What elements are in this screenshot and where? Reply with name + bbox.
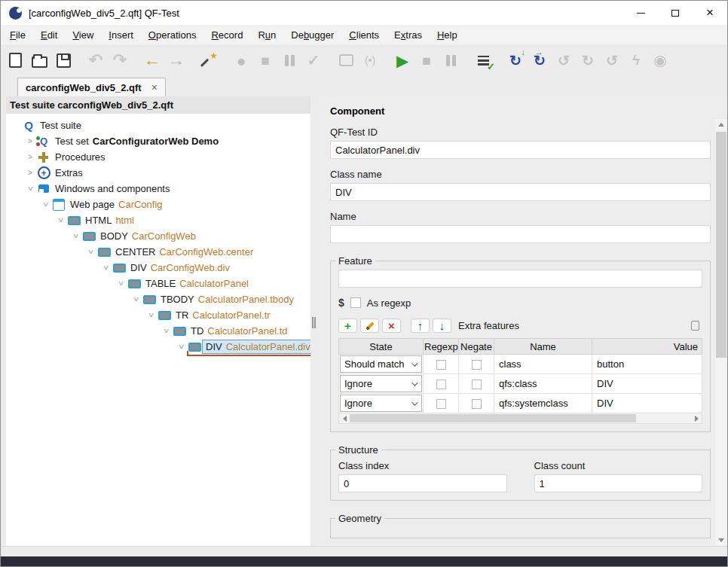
expander-icon[interactable]: > [72,230,80,242]
regexp-checkbox[interactable] [436,360,446,370]
feature-value-cell[interactable]: DIV [592,374,702,394]
open-file-icon[interactable] [29,50,49,70]
record-stop-icon[interactable]: ■ [255,50,275,70]
vertical-scrollbar[interactable] [715,119,727,546]
step-out-icon[interactable]: ↺ [554,50,574,70]
menu-record[interactable]: Record [205,26,249,44]
title-bar[interactable]: [carconfigWeb_div5_2.qft] QF-Test × [1,1,727,25]
stop-icon[interactable]: ■ [417,50,436,70]
menu-view[interactable]: View [66,26,99,44]
horizontal-scrollbar[interactable] [338,413,702,424]
menu-help[interactable]: Help [431,26,463,44]
record-wand-icon[interactable] [199,50,219,70]
tree-item-web-page-carconfig[interactable]: >Web pageCarConfig [6,197,310,212]
horizontal-scroll-thumb[interactable] [350,414,636,422]
record-icon[interactable]: ● [231,50,251,70]
tree-item-table-calculatorpanel[interactable]: >TABLECalculatorPanel [6,276,310,291]
expander-icon[interactable]: > [26,183,35,195]
negate-checkbox[interactable] [472,399,482,409]
save-icon[interactable] [54,50,73,70]
regexp-checkbox[interactable] [436,380,446,389]
vertical-scroll-thumb[interactable] [716,132,726,358]
forward-icon[interactable]: → [167,50,186,70]
undo-icon[interactable]: ↶ [86,50,106,70]
feature-name-cell[interactable]: qfs:systemclass [494,394,592,413]
scroll-right-icon[interactable] [691,413,702,423]
regexp-checkbox[interactable] [436,399,446,409]
tree-item-td-calculatorpanel-td[interactable]: >TDCalculatorPanel.td [6,323,310,339]
tree-item-html-html[interactable]: >HTMLhtml [6,212,310,228]
expander-icon[interactable]: > [24,137,36,145]
window-record-icon[interactable] [336,50,356,70]
tree-item-body-carconfigweb[interactable]: >BODYCarConfigWeb [6,228,310,244]
delete-feature-button[interactable]: × [382,319,401,333]
scroll-left-icon[interactable] [339,413,350,423]
class-count-input[interactable] [534,474,703,492]
negate-checkbox[interactable] [472,360,482,370]
negate-checkbox[interactable] [472,380,482,389]
state-dropdown[interactable]: Should match [340,355,422,373]
state-dropdown[interactable]: Ignore [340,395,422,412]
edit-feature-button[interactable] [360,319,379,333]
expander-icon[interactable]: > [41,199,50,211]
tree-item-extras[interactable]: >Extras [6,165,310,181]
tab-carconfigweb-div5-2[interactable]: carconfigWeb_div5_2.qft × [17,78,166,96]
qf-test-id-input[interactable] [330,141,711,159]
feature-value-cell[interactable]: button [592,355,702,374]
maximize-button[interactable] [658,1,693,25]
menu-extras[interactable]: Extras [388,26,428,44]
expander-icon[interactable]: > [24,153,36,161]
feature-value-cell[interactable]: DIV [592,394,702,413]
expander-icon[interactable]: > [24,169,36,177]
back-icon[interactable]: ← [142,50,162,70]
expander-icon[interactable]: > [132,294,140,306]
expander-icon[interactable]: > [87,246,95,258]
class-name-input[interactable] [330,183,711,201]
run-icon[interactable]: ▶ [393,50,412,70]
record-pause-icon[interactable] [280,50,299,70]
tree-item-tr-calculatorpanel-tr[interactable]: >TRCalculatorPanel.tr [6,307,310,323]
tree-item-div-calculatorpanel-div[interactable]: >DIVCalculatorPanel.div [6,339,310,355]
quick-run-icon[interactable]: ϟ [626,50,646,70]
menu-operations[interactable]: Operations [142,26,203,44]
rerun-icon[interactable]: ↺ [602,50,622,70]
feature-name-cell[interactable]: class [494,355,592,374]
minimize-button[interactable] [623,1,658,25]
tab-close-icon[interactable]: × [151,82,158,93]
move-down-button[interactable]: ↓ [433,319,451,333]
tree-item-procedures[interactable]: >Procedures [6,149,310,165]
menu-run[interactable]: Run [252,26,282,44]
tree-item-test-suite[interactable]: >Test suite [6,117,310,133]
scroll-up-icon[interactable] [715,119,727,130]
tree-item-center-carconfigweb-center[interactable]: >CENTERCarConfigWeb.center [6,244,310,260]
expander-icon[interactable]: > [147,309,155,322]
redo-icon[interactable]: ↷ [110,50,130,70]
feature-name-cell[interactable]: qfs:class [494,374,592,394]
move-up-button[interactable]: ↑ [411,319,430,333]
close-button[interactable]: × [693,1,727,25]
loop-icon[interactable]: ↻ [578,50,598,70]
name-input[interactable] [330,225,711,243]
run-log-icon[interactable] [473,50,493,70]
menu-edit[interactable]: Edit [35,26,63,44]
menu-clients[interactable]: Clients [343,26,385,44]
expander-icon[interactable]: > [177,341,185,353]
record-check-icon[interactable]: ✓ [304,50,323,70]
menu-insert[interactable]: Insert [102,26,139,44]
menu-debugger[interactable]: Debugger [285,26,340,44]
add-feature-button[interactable]: + [338,319,357,333]
menu-file[interactable]: File [4,26,32,44]
step-over-icon[interactable]: ↻ [530,50,549,70]
expander-icon[interactable]: > [57,215,65,227]
tree-item-div-carconfigweb-div[interactable]: >DIVCarConfigWeb.div [6,260,310,276]
expander-icon[interactable]: > [102,262,110,274]
tree-item-test-set-carconfiguratorweb-demo[interactable]: >Test setCarConfiguratorWeb Demo [6,133,310,149]
expander-icon[interactable]: > [117,278,125,290]
state-dropdown[interactable]: Ignore [340,375,422,392]
as-regexp-checkbox[interactable] [350,297,361,308]
panel-splitter[interactable] [310,96,317,546]
copy-icon[interactable] [691,321,699,331]
tree-item-tbody-calculatorpanel-tbody[interactable]: >TBODYCalculatorPanel.tbody [6,291,310,307]
expander-icon[interactable]: > [162,325,170,337]
feature-input[interactable] [338,270,702,288]
